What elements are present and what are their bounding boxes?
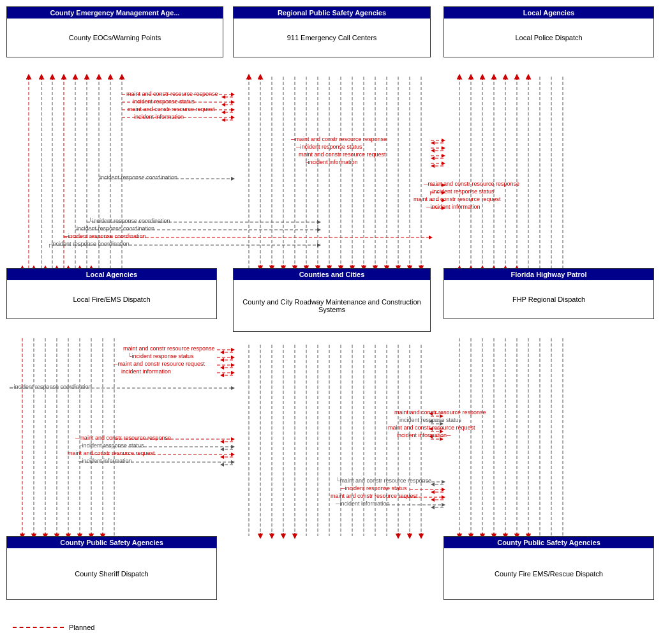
label-coord-6: ─incident response coordination [10, 384, 91, 390]
node-county-fire: County Public Safety Agencies County Fir… [443, 536, 654, 600]
node-counties-cities-header: Counties and Cities [234, 269, 430, 280]
label-request-2: maint and constr resource request [299, 151, 386, 158]
node-county-ema: County Emergency Management Age... Count… [6, 6, 223, 57]
label-status-7: ─incident response status [341, 485, 406, 491]
node-county-sheriff-body: County Sheriff Dispatch [7, 548, 216, 599]
node-local-fire: Local Agencies Local Fire/EMS Dispatch [6, 268, 217, 319]
label-status-3: ┌incident response status [428, 188, 494, 195]
node-counties-cities: Counties and Cities County and City Road… [233, 268, 431, 332]
node-county-ema-body: County EOCs/Warning Points [7, 19, 223, 57]
legend: Planned [13, 624, 94, 631]
label-coord-5: ┌incident response coordination [47, 241, 129, 247]
label-status-2: ─incident response status [296, 144, 362, 150]
label-incident-status-1: incident response status [133, 98, 195, 105]
node-local-agencies-top-header: Local Agencies [444, 7, 653, 19]
node-fhp-body: FHP Regional Dispatch [444, 280, 653, 318]
label-info-6: incident information─ [397, 432, 451, 438]
label-maint-response-1: maint and constr resource response [126, 91, 218, 97]
node-fhp: Florida Highway Patrol FHP Regional Disp… [443, 268, 654, 319]
node-local-fire-body: Local Fire/EMS Dispatch [7, 280, 216, 318]
node-counties-cities-body: County and City Roadway Maintenance and … [234, 280, 430, 331]
label-request-3: maint and constr resource request [413, 196, 501, 202]
label-coord-3: incident response coordination [77, 225, 154, 232]
label-status-5: ┌incident response status [78, 442, 144, 449]
node-regional-psa-header: Regional Public Safety Agencies [234, 7, 430, 19]
label-info-3: ─incident information [426, 204, 480, 210]
label-status-4: └incident response status [128, 353, 193, 359]
label-maint-5: ─maint and constr resource response [75, 435, 171, 441]
label-status-6: incident response status [399, 417, 461, 423]
legend-line [13, 627, 64, 628]
legend-label: Planned [69, 624, 94, 631]
label-coord-1: incident response coordination [100, 174, 177, 181]
label-info-7: ─incident information [336, 500, 389, 507]
label-maint-4: maint and constr resource response [123, 345, 215, 352]
label-request-5: maint and constr resource request [68, 450, 155, 456]
node-local-agencies-top: Local Agencies Local Police Dispatch [443, 6, 654, 57]
label-request-6: maint and constr resource request [388, 424, 475, 431]
node-county-ema-header: County Emergency Management Age... [7, 7, 223, 19]
node-county-fire-header: County Public Safety Agencies [444, 537, 653, 548]
label-maint-7: └maint and constr resource response [336, 477, 431, 484]
label-maint-2: ─maint and constr resource response [291, 136, 387, 142]
node-local-fire-header: Local Agencies [7, 269, 216, 280]
node-regional-psa-body: 911 Emergency Call Centers [234, 19, 430, 57]
diagram-container: County Emergency Management Age... Count… [0, 0, 663, 644]
label-info-5: ─incident information [78, 458, 131, 464]
label-coord-4: ─incident response coordination [64, 233, 145, 239]
node-fhp-header: Florida Highway Patrol [444, 269, 653, 280]
label-coord-2: └incident response coordination [88, 218, 170, 224]
label-maint-6: maint and constr resource response [394, 409, 486, 416]
node-county-sheriff-header: County Public Safety Agencies [7, 537, 216, 548]
label-maint-request-1: maint and constr resource request [128, 106, 215, 112]
label-request-4: ─maint and constr resource request [114, 361, 205, 367]
node-county-fire-body: County Fire EMS/Rescue Dispatch [444, 548, 653, 599]
node-county-sheriff: County Public Safety Agencies County She… [6, 536, 217, 600]
label-info-2: └incident information [304, 159, 357, 165]
label-maint-3: ─maint and constr resource response [424, 181, 519, 187]
label-info-4: incident information [121, 368, 171, 375]
label-incident-info-1: incident information [134, 114, 184, 120]
node-local-agencies-top-body: Local Police Dispatch [444, 19, 653, 57]
label-request-7: maint and constr resource request [331, 493, 418, 499]
node-regional-psa: Regional Public Safety Agencies 911 Emer… [233, 6, 431, 57]
